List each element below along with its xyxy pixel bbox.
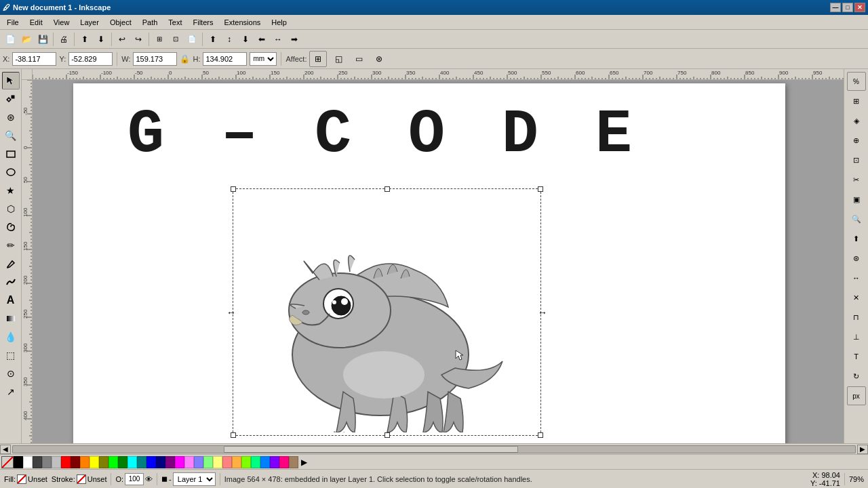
color-red[interactable] xyxy=(61,456,71,468)
zoom-page-button[interactable]: 📄 xyxy=(184,32,199,47)
color-lightorange[interactable] xyxy=(232,456,241,468)
tweak-tool[interactable]: ⊛ xyxy=(2,108,20,126)
color-lime[interactable] xyxy=(108,456,118,468)
ellipse-tool[interactable] xyxy=(2,163,20,181)
handle-tc[interactable] xyxy=(384,186,390,192)
canvas-viewport[interactable]: G – C O D E ↔ ↔ xyxy=(33,80,844,443)
color-green[interactable] xyxy=(118,456,127,468)
color-violet[interactable] xyxy=(270,456,279,468)
import-button[interactable]: ⬆ xyxy=(77,32,92,47)
handle-ml[interactable]: ↔ xyxy=(226,308,236,317)
handle-bl[interactable] xyxy=(231,432,236,438)
color-blue[interactable] xyxy=(146,456,156,468)
pencil-tool[interactable]: ✏ xyxy=(2,237,20,254)
maximize-button[interactable]: □ xyxy=(842,3,853,12)
layer-select[interactable]: Layer 1 xyxy=(173,472,216,486)
snap-enable-button[interactable]: % xyxy=(847,72,866,91)
horizontal-scrollbar[interactable]: ◀ ▶ xyxy=(0,443,868,454)
color-darkgray[interactable] xyxy=(33,456,42,468)
snap-smooth-button[interactable]: ⬆ xyxy=(847,229,866,248)
align-right-button[interactable]: ➡ xyxy=(287,32,302,47)
snap-tangent-button[interactable]: ⊓ xyxy=(847,308,866,327)
zoom-selection-button[interactable]: ⊞ xyxy=(152,32,167,47)
color-silver[interactable] xyxy=(52,456,61,468)
handle-bc[interactable] xyxy=(384,432,390,438)
menu-item-help[interactable]: Help xyxy=(266,17,292,28)
menu-item-view[interactable]: View xyxy=(48,17,75,28)
affect-stroke-button[interactable]: ▭ xyxy=(350,51,368,67)
save-button[interactable]: 💾 xyxy=(35,32,50,47)
w-input[interactable] xyxy=(133,52,177,66)
snap-intersection-button[interactable]: ✕ xyxy=(847,288,866,307)
color-cyan[interactable] xyxy=(127,456,137,468)
opacity-input[interactable] xyxy=(125,473,144,485)
export-button[interactable]: ⬇ xyxy=(94,32,108,47)
color-pink[interactable] xyxy=(184,456,194,468)
color-olive[interactable] xyxy=(99,456,108,468)
no-fill-swatch[interactable] xyxy=(1,456,14,468)
calligraphy-tool[interactable] xyxy=(2,273,20,291)
snap-midpoint-button[interactable]: ↔ xyxy=(847,268,866,287)
fill-swatch[interactable] xyxy=(17,474,26,484)
x-input[interactable] xyxy=(12,52,56,66)
scroll-left-button[interactable]: ◀ xyxy=(0,445,11,454)
snap-node-button[interactable]: ◈ xyxy=(847,111,866,130)
color-lightblue[interactable] xyxy=(194,456,203,468)
color-yellow[interactable] xyxy=(90,456,99,468)
spiral-tool[interactable] xyxy=(2,218,20,236)
handle-br[interactable] xyxy=(538,432,543,438)
hscroll-track[interactable] xyxy=(12,445,856,453)
color-warmgray[interactable] xyxy=(289,456,298,468)
unit-select[interactable]: mm px in cm xyxy=(250,52,277,66)
color-spring[interactable] xyxy=(251,456,260,468)
menu-item-extensions[interactable]: Extensions xyxy=(218,17,266,28)
affect-corner-button[interactable]: ◱ xyxy=(330,51,347,67)
align-center-v-button[interactable]: ↕ xyxy=(222,32,237,47)
hscroll-thumb[interactable] xyxy=(224,446,519,453)
menu-item-text[interactable]: Text xyxy=(163,17,187,28)
zoom-tool[interactable]: 🔍 xyxy=(2,127,20,144)
open-button[interactable]: 📂 xyxy=(19,32,34,47)
menu-item-object[interactable]: Object xyxy=(104,17,137,28)
scroll-right-button[interactable]: ▶ xyxy=(857,445,868,454)
stroke-swatch[interactable] xyxy=(77,474,86,484)
snap-rotation-button[interactable]: ↻ xyxy=(847,367,866,386)
palette-scroll-right[interactable]: ▶ xyxy=(298,456,309,468)
select-tool[interactable] xyxy=(2,72,20,89)
color-teal[interactable] xyxy=(137,456,146,468)
minimize-button[interactable]: — xyxy=(830,3,841,12)
color-navy[interactable] xyxy=(156,456,165,468)
zoom-in-snap-button[interactable]: 🔍 xyxy=(847,209,866,228)
color-black[interactable] xyxy=(14,456,23,468)
h-input[interactable] xyxy=(203,52,247,66)
undo-button[interactable]: ↩ xyxy=(115,32,130,47)
align-left-button[interactable]: ⬅ xyxy=(254,32,269,47)
3dbox-tool[interactable]: ⬡ xyxy=(2,200,20,218)
snap-text-button[interactable]: T xyxy=(847,347,866,366)
lock-icon[interactable]: 🔒 xyxy=(180,54,190,64)
snap-perpendicular-button[interactable]: ⊥ xyxy=(847,327,866,346)
snap-path-button[interactable]: ✂ xyxy=(847,170,866,189)
color-orange[interactable] xyxy=(80,456,90,468)
eraser-tool[interactable]: ⬚ xyxy=(2,346,20,364)
color-chartreuse[interactable] xyxy=(241,456,251,468)
y-input[interactable] xyxy=(68,52,113,66)
text-tool[interactable]: A xyxy=(2,291,20,309)
spray-tool[interactable]: ⊙ xyxy=(2,365,20,382)
print-button[interactable]: 🖨 xyxy=(56,32,71,47)
snap-grid-button[interactable]: ⊡ xyxy=(847,150,866,169)
color-gray[interactable] xyxy=(42,456,52,468)
align-top-button[interactable]: ⬆ xyxy=(205,32,220,47)
menu-item-file[interactable]: File xyxy=(1,17,24,28)
menu-item-filters[interactable]: Filters xyxy=(188,17,219,28)
handle-mr[interactable]: ↔ xyxy=(538,308,547,317)
menu-item-layer[interactable]: Layer xyxy=(75,17,104,28)
zoom-drawing-button[interactable]: ⊡ xyxy=(168,32,183,47)
eyedropper-tool[interactable]: 💧 xyxy=(2,328,20,346)
snap-page-button[interactable]: ▣ xyxy=(847,190,866,209)
snap-center-button[interactable]: ⊛ xyxy=(847,249,866,268)
snap-bbox-button[interactable]: ⊞ xyxy=(847,92,866,110)
new-button[interactable]: 📄 xyxy=(3,32,18,47)
color-white[interactable] xyxy=(23,456,33,468)
connector-tool[interactable]: ↗ xyxy=(2,383,20,401)
